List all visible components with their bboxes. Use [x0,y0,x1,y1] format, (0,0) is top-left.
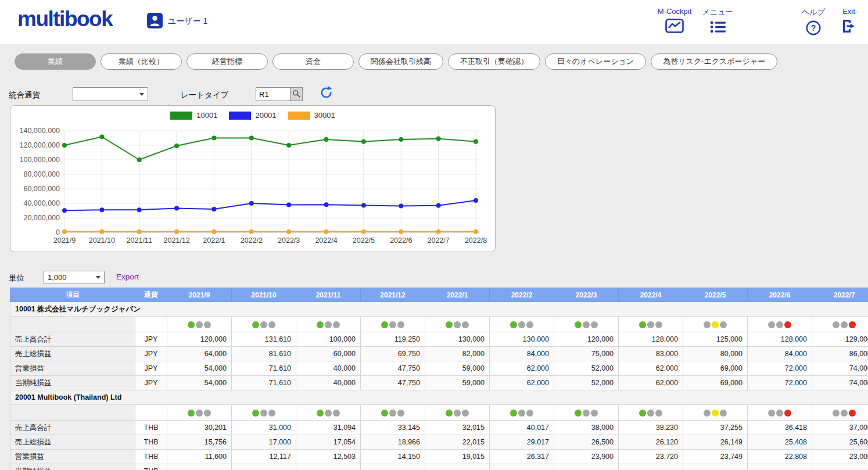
svg-text:100,000,000: 100,000,000 [19,156,60,164]
status-green-dot [188,410,195,417]
tab-4[interactable]: 資金 [272,53,354,70]
status-gray-dot [397,410,404,417]
user-chip: ユーザー 1 [147,13,207,30]
status-lights [490,405,554,421]
row-label: 営業損益 [10,450,135,464]
legend-label: 20001 [255,111,276,120]
cell-value: 54,000 [167,361,232,376]
status-gray-dot [833,410,840,417]
status-lights [812,317,868,332]
cell-value: 37,000 [812,421,868,435]
data-row: 当期純損益THB [10,464,868,470]
unit-select[interactable]: 1,000 [44,271,105,284]
cell-value: 40,017 [490,421,554,435]
cell-value: 36,418 [748,421,812,435]
status-gray-dot [704,321,711,328]
tab-2[interactable]: 業績（比較） [101,53,182,70]
status-gray-dot [526,321,533,328]
search-button[interactable] [290,87,303,101]
nav-item-help[interactable]: ヘルプ ? [797,7,830,37]
chevron-down-icon [139,93,144,96]
status-gray-dot [647,321,654,328]
nav-item-mcockpit[interactable]: M-Cockpit [654,7,695,35]
rate-type-input[interactable] [256,87,290,101]
status-green-dot [381,410,388,417]
group-title: 10001 株式会社マルチブックジャパン [10,302,868,317]
status-lights [619,405,683,421]
status-green-dot [381,321,388,328]
group-row: 10001 株式会社マルチブックジャパン [10,302,868,317]
tab-3[interactable]: 経営指標 [186,53,268,70]
svg-text:2022/4: 2022/4 [315,236,337,245]
column-header: 2022/4 [619,288,683,302]
status-gray-dot [518,410,525,417]
exit-label: Exit [842,7,855,16]
nav-item-exit[interactable]: Exit [835,7,863,35]
cell-value: 26,500 [554,435,619,450]
cell-value: 54,000 [167,376,232,390]
status-gray-dot [776,410,783,417]
column-header: 2022/5 [683,288,748,302]
svg-text:20,000,000: 20,000,000 [23,214,60,222]
status-gray-dot [655,410,662,417]
tab-8[interactable]: 為替リスク-エクスポージャー [651,53,777,70]
svg-text:2021/12: 2021/12 [163,236,189,245]
status-gray-dot [397,321,404,328]
cell-value: 69,000 [683,376,748,390]
status-row-label-cell [10,405,135,421]
tab-6[interactable]: 不正取引（要確認） [448,53,540,70]
cell-value [683,464,748,470]
data-row: 売上総損益THB15,75617,00017,05418,96622,01529… [10,435,868,450]
status-green-dot [510,321,517,328]
column-header: 2021/10 [232,288,296,302]
nav-item-menu[interactable]: メニュー [701,7,734,35]
tab-5[interactable]: 関係会社取引残高 [358,53,443,70]
svg-text:140,000,000: 140,000,000 [19,127,60,135]
status-gray-dot [325,321,332,328]
status-lights [361,405,425,421]
cell-value: 22,808 [748,450,812,464]
help-question-icon: ? [806,20,821,37]
status-gray-dot [591,321,598,328]
cell-value: 84,000 [490,347,554,361]
cell-value: 52,000 [554,376,619,390]
status-yellow-dot [712,321,719,328]
data-row: 営業損益THB11,60012,11712,50314,15019,01526,… [10,450,868,464]
tab-7[interactable]: 日々のオペレーション [545,53,646,70]
currency-select[interactable] [73,87,148,101]
status-green-dot [510,410,517,417]
status-gray-dot [333,321,340,328]
export-link[interactable]: Export [116,272,139,281]
refresh-button[interactable] [319,85,333,102]
column-header: 2022/3 [554,288,619,302]
performance-table: 項目通貨2021/92021/102021/112021/122022/1202… [10,288,868,470]
svg-text:60,000,000: 60,000,000 [23,185,60,193]
status-gray-dot [655,321,662,328]
svg-text:2022/5: 2022/5 [353,236,375,245]
status-lights [167,317,232,332]
svg-text:2021/10: 2021/10 [89,236,115,245]
cell-value: 30,201 [167,421,232,435]
cell-value: 40,000 [296,361,361,376]
row-label: 売上高合計 [10,332,135,347]
menu-label: メニュー [702,7,733,17]
status-lights [812,405,868,421]
cell-value: 25,408 [748,435,812,450]
status-red-dot [849,410,856,417]
cell-value: 14,150 [361,450,425,464]
cell-value: 130,000 [425,332,490,347]
menu-list-icon [710,20,726,35]
status-gray-dot [325,410,332,417]
cell-value: 120,000 [167,332,232,347]
cell-value: 22,015 [425,435,490,450]
cell-value: 23,000 [812,450,868,464]
status-gray-dot [583,410,590,417]
tab-1[interactable]: 業績 [15,53,96,70]
legend-item: 30001 [288,111,335,120]
status-gray-dot [841,410,848,417]
cell-value: 83,000 [619,347,683,361]
cell-value: 71,610 [232,376,296,390]
status-lights [361,317,425,332]
svg-text:2022/1: 2022/1 [203,236,225,245]
cell-value: 37,255 [683,421,748,435]
